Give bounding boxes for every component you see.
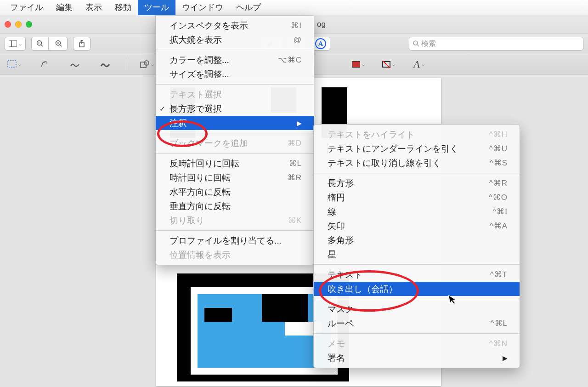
select-tool[interactable]: ⌵ xyxy=(5,57,24,71)
menu-window[interactable]: ウインドウ xyxy=(175,0,230,15)
minimize-button[interactable] xyxy=(15,21,22,28)
tools-menu-separator xyxy=(156,84,314,85)
tools-menu-separator xyxy=(156,50,314,50)
menu-item-label: インスペクタを表示 xyxy=(170,20,248,32)
menu-item-label: テキストに取り消し線を引く xyxy=(328,157,441,169)
zoom-out-button[interactable] xyxy=(32,37,49,50)
shortcut-label: ^⌘O xyxy=(489,193,508,202)
menu-help[interactable]: ヘルプ xyxy=(230,0,267,15)
menu-item-label: 垂直方向に反転 xyxy=(170,200,231,212)
menu-item-label: テキスト選択 xyxy=(170,89,222,101)
tools-menu-item-0[interactable]: インスペクタを表示⌘I xyxy=(156,18,314,33)
annot-menu-item-15[interactable]: ルーペ^⌘L xyxy=(314,316,520,330)
search-input[interactable]: 検索 xyxy=(409,37,583,51)
shortcut-label: ^⌘S xyxy=(490,158,508,168)
tools-menu-item-15[interactable]: 垂直方向に反転 xyxy=(156,199,314,213)
menu-item-label: サイズを調整... xyxy=(170,68,229,80)
tools-menu-item-8[interactable]: 注釈▶ xyxy=(156,116,314,130)
fill-color[interactable]: ⌵ xyxy=(349,57,368,71)
zoom-button[interactable] xyxy=(26,21,32,28)
sketch-tool[interactable] xyxy=(65,57,85,71)
annot-menu-item-17: メモ^⌘N xyxy=(314,336,520,351)
svg-line-6 xyxy=(60,45,62,46)
svg-line-3 xyxy=(41,45,43,46)
svg-rect-30 xyxy=(204,308,232,322)
menu-item-label: メモ xyxy=(328,338,345,350)
tools-menu-item-16: 切り取り⌘K xyxy=(156,213,314,228)
annot-menu-separator xyxy=(314,299,520,299)
menu-item-label: 吹き出し（会話） xyxy=(328,283,397,295)
chevron-down-icon: ⌵ xyxy=(362,62,365,67)
annot-menu-item-12[interactable]: 吹き出し（会話） xyxy=(314,282,520,296)
annot-menu-separator xyxy=(314,264,520,265)
search-icon xyxy=(413,40,419,47)
tools-menu-separator xyxy=(156,133,314,133)
annot-menu-item-6[interactable]: 線^⌘I xyxy=(314,205,520,219)
annot-menu-item-18[interactable]: 署名▶ xyxy=(314,351,520,365)
zoom-group[interactable] xyxy=(31,37,68,51)
border-color[interactable]: ⌵ xyxy=(379,57,398,71)
svg-rect-31 xyxy=(262,294,308,322)
annot-menu-item-9[interactable]: 星 xyxy=(314,247,520,262)
markup-icon: A xyxy=(315,38,326,49)
annot-menu-separator xyxy=(314,333,520,334)
share-button[interactable] xyxy=(73,37,90,51)
menu-edit[interactable]: 編集 xyxy=(50,0,79,15)
tools-menu-item-7[interactable]: ✓長方形で選択 xyxy=(156,102,314,116)
menu-tools[interactable]: ツール xyxy=(138,0,175,15)
submenu-arrow-icon: ▶ xyxy=(503,354,508,362)
tools-menu-item-4[interactable]: サイズを調整... xyxy=(156,67,314,81)
shortcut-label: ^⌘U xyxy=(489,144,508,154)
tools-menu-item-18[interactable]: プロファイルを割り当てる... xyxy=(156,233,314,248)
menu-view[interactable]: 表示 xyxy=(79,0,108,15)
annot-menu-item-8[interactable]: 多角形 xyxy=(314,233,520,247)
shortcut-label: ^⌘I xyxy=(492,207,508,216)
menu-item-label: ルーペ xyxy=(328,318,354,330)
menu-item-label: テキストをハイライト xyxy=(328,129,415,141)
svg-point-17 xyxy=(46,62,48,63)
menu-item-label: 長方形で選択 xyxy=(170,103,222,115)
menu-item-label: プロファイルを割り当てる... xyxy=(170,235,282,247)
tools-menu-item-1[interactable]: 拡大鏡を表示@ xyxy=(156,33,314,47)
menu-item-label: テキスト xyxy=(328,269,362,281)
window-title: og xyxy=(317,20,326,29)
annotation-submenu: テキストをハイライト^⌘Hテキストにアンダーラインを引く^⌘Uテキストに取り消し… xyxy=(313,124,520,368)
svg-line-13 xyxy=(417,45,419,46)
menu-file[interactable]: ファイル xyxy=(4,0,50,15)
menu-item-label: 拡大鏡を表示 xyxy=(170,34,222,46)
fill-swatch-icon xyxy=(352,61,360,68)
annot-menu-item-5[interactable]: 楕円^⌘O xyxy=(314,190,520,205)
submenu-arrow-icon: ▶ xyxy=(297,120,302,127)
menu-item-label: カラーを調整... xyxy=(170,54,229,66)
menu-item-label: テキストにアンダーラインを引く xyxy=(328,143,458,155)
annot-menu-item-2[interactable]: テキストに取り消し線を引く^⌘S xyxy=(314,156,520,170)
tools-menu-item-13[interactable]: 時計回りに回転⌘R xyxy=(156,171,314,185)
shapes-tool[interactable]: ⌵ xyxy=(137,57,157,71)
menu-go[interactable]: 移動 xyxy=(108,0,138,15)
svg-rect-14 xyxy=(8,61,16,67)
close-button[interactable] xyxy=(5,21,11,28)
chevron-down-icon: ⌵ xyxy=(422,62,424,67)
tools-menu-separator xyxy=(156,153,314,154)
annot-menu-item-4[interactable]: 長方形^⌘R xyxy=(314,176,520,190)
annot-menu-item-11[interactable]: テキスト^⌘T xyxy=(314,267,520,282)
tools-menu-item-14[interactable]: 水平方向に反転 xyxy=(156,185,314,199)
annot-menu-item-14[interactable]: マスク xyxy=(314,302,520,316)
svg-point-12 xyxy=(413,41,418,45)
tools-menu-item-12[interactable]: 反時計回りに回転⌘L xyxy=(156,156,314,171)
text-style[interactable]: A⌵ xyxy=(409,57,429,71)
zoom-in-button[interactable] xyxy=(51,37,67,50)
menu-item-label: 署名 xyxy=(328,352,345,364)
menu-item-label: 注釈 xyxy=(170,117,187,129)
chevron-down-icon: ⌵ xyxy=(19,41,22,46)
sidebar-toggle[interactable]: ⌵ xyxy=(5,37,26,51)
instant-alpha-tool[interactable] xyxy=(35,57,54,71)
annot-menu-item-7[interactable]: 矢印^⌘A xyxy=(314,219,520,233)
annot-menu-item-1[interactable]: テキストにアンダーラインを引く^⌘U xyxy=(314,142,520,156)
tools-menu-item-3[interactable]: カラーを調整...⌥⌘C xyxy=(156,53,314,67)
menu-item-label: 位置情報を表示 xyxy=(170,249,231,261)
menu-item-label: 時計回りに回転 xyxy=(170,172,231,184)
shortcut-label: ⌘R xyxy=(288,173,302,182)
draw-tool[interactable] xyxy=(96,57,115,71)
svg-point-19 xyxy=(144,61,149,65)
